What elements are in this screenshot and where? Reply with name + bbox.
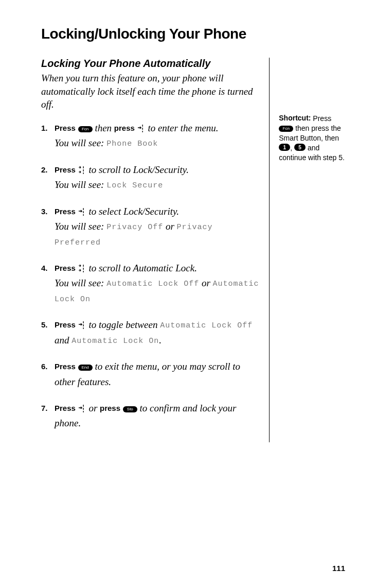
steps-list: Press Fcn then press to enter the menu. … xyxy=(41,120,259,431)
screen-text: Privacy Off xyxy=(106,223,163,232)
intro-text: When you turn this feature on, your phon… xyxy=(41,72,259,111)
press-label: Press xyxy=(55,320,76,329)
text: to scroll to Lock/Security. xyxy=(88,164,189,175)
press-label: press xyxy=(114,124,135,132)
text: to toggle between xyxy=(88,319,160,330)
step-5: Press to toggle between Automatic Lock O… xyxy=(55,317,259,348)
or: or xyxy=(88,403,100,413)
fcn-button-icon: Fcn xyxy=(279,126,293,132)
screen-text: Phone Book xyxy=(106,140,158,148)
screen-text: Automatic Lock On xyxy=(71,337,159,345)
text: to select Lock/Security. xyxy=(88,206,179,217)
right-dashed-icon xyxy=(78,318,86,326)
or: or xyxy=(199,278,212,288)
press-label: Press xyxy=(55,165,76,174)
right-dashed-icon xyxy=(137,122,146,130)
text: to enter the menu. xyxy=(148,123,218,133)
you-will-see: You will see: xyxy=(55,221,106,232)
end-button-icon: End xyxy=(78,365,93,371)
page-title: Locking/Unlocking Your Phone xyxy=(41,26,345,42)
shortcut-text: Press xyxy=(311,114,331,123)
step-2: Press to scroll to Lock/Security. You wi… xyxy=(55,162,259,193)
and: and xyxy=(55,335,71,345)
column-divider xyxy=(268,58,270,442)
page-number: 111 xyxy=(332,564,345,573)
press-label: press xyxy=(100,404,120,412)
screen-text: Lock Secure xyxy=(106,181,163,190)
sto-button-icon: Sto xyxy=(123,406,137,412)
press-label: Press xyxy=(55,362,76,371)
content: Locking Your Phone Automatically When yo… xyxy=(41,58,345,442)
right-dashed-icon xyxy=(78,402,86,410)
or: or xyxy=(163,221,176,232)
press-label: Press xyxy=(55,207,76,216)
step-1: Press Fcn then press to enter the menu. … xyxy=(55,120,259,151)
text: to scroll to Automatic Lock. xyxy=(88,263,197,273)
text: then xyxy=(95,123,114,133)
comma: , xyxy=(290,144,294,152)
period: . xyxy=(159,335,162,345)
step-6: Press End to exit the menu, or you may s… xyxy=(55,359,259,389)
step-4: Press to scroll to Automatic Lock. You w… xyxy=(55,261,259,306)
press-label: Press xyxy=(55,404,76,412)
you-will-see: You will see: xyxy=(55,278,106,288)
fcn-button-icon: Fcn xyxy=(78,126,93,132)
updown-dashed-icon xyxy=(78,163,86,171)
shortcut-sidebar: Shortcut: Press Fcn then press the Smart… xyxy=(279,58,345,442)
you-will-see: You will see: xyxy=(55,179,106,190)
right-dashed-icon xyxy=(78,205,86,213)
step-7: Press or press Sto to confirm and lock y… xyxy=(55,401,259,431)
screen-text: Automatic Lock Off xyxy=(160,321,253,330)
five-button-icon: 5 xyxy=(294,144,306,151)
section-heading: Locking Your Phone Automatically xyxy=(41,58,259,70)
you-will-see: You will see: xyxy=(55,137,106,148)
step-3: Press to select Lock/Security. You will … xyxy=(55,204,259,249)
press-label: Press xyxy=(55,264,76,272)
main-column: Locking Your Phone Automatically When yo… xyxy=(41,58,259,442)
screen-text: Automatic Lock Off xyxy=(106,280,199,288)
one-button-icon: 1 xyxy=(279,144,290,151)
shortcut-label: Shortcut: xyxy=(279,114,311,122)
press-label: Press xyxy=(55,124,76,132)
updown-dashed-icon xyxy=(78,262,86,270)
